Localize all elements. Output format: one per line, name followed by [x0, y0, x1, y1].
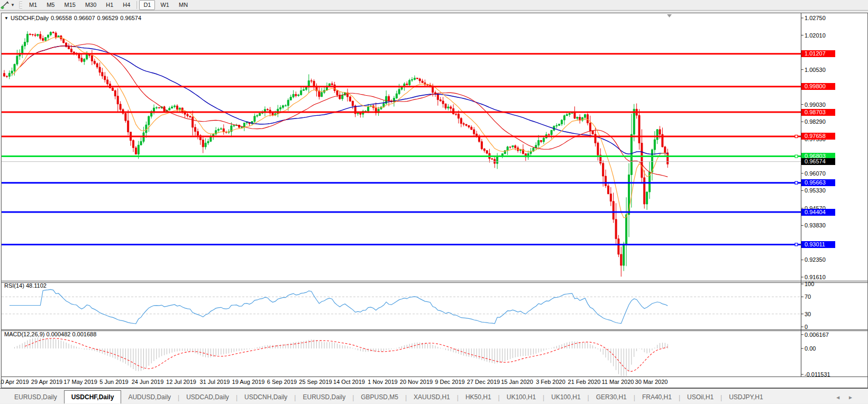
- chart-tab-gbpusd-m5[interactable]: GBPUSD,M5: [354, 391, 405, 403]
- ma-slow-line: [30, 46, 668, 154]
- ohlc-open: 0.96558: [51, 15, 72, 21]
- level-price-badge-0.97658: 0.97658: [801, 133, 835, 140]
- date-axis-label-1: 29 Apr 2019: [31, 379, 62, 385]
- date-axis-label-19: 30 Mar 2020: [635, 379, 668, 385]
- date-axis-label-17: 21 Feb 2020: [568, 379, 601, 385]
- level-price-badge-0.998: 0.99800: [801, 83, 835, 90]
- macd-pane[interactable]: [15, 338, 668, 376]
- date-axis-label-12: 20 Nov 2019: [400, 379, 433, 385]
- price-axis-label-0.96070: 0.96070: [805, 170, 826, 177]
- date-axis-label-15: 15 Jan 2020: [501, 379, 533, 385]
- timeframe-button-h4[interactable]: H4: [118, 0, 134, 10]
- date-axis-label-10: 14 Oct 2019: [333, 379, 365, 385]
- macd-signal-value: 0.001688: [72, 331, 96, 337]
- chart-tab-usdcnh-daily[interactable]: USDCNH,Daily: [237, 391, 294, 403]
- chart-tab-hk50-h1[interactable]: HK50,H1: [459, 391, 498, 403]
- date-axis-label-4: 24 Jun 2019: [132, 379, 164, 385]
- chart-tab-usdjpy-h1[interactable]: USDJPY,H1: [722, 391, 770, 403]
- price-pane[interactable]: [4, 31, 669, 277]
- ohlc-close: 0.96574: [120, 15, 141, 21]
- current-price-badge: 0.96574: [801, 158, 835, 165]
- drawing-tool-glyph: [1, 1, 10, 9]
- tab-scroll-arrows: ◄►: [835, 394, 861, 400]
- price-axis-label-1.00530: 1.00530: [805, 67, 826, 73]
- rsi-axis-label-100: 100: [805, 281, 814, 287]
- drawing-tool-icon[interactable]: [1, 1, 10, 9]
- level-line-handle-0.95663[interactable]: [795, 181, 798, 184]
- up-candle-bodies: [8, 32, 658, 265]
- drawing-tool-dropdown-caret[interactable]: ▼: [11, 3, 15, 7]
- date-axis-label-11: 1 Nov 2019: [368, 379, 397, 385]
- chart-symbol-title: USDCHF,Daily: [11, 15, 49, 21]
- price-axis-label-0.93830: 0.93830: [805, 222, 826, 228]
- ma-fast-line: [12, 38, 668, 218]
- macd-axis-label-0.006167: 0.006167: [805, 332, 829, 338]
- date-axis-label-7: 19 Aug 2019: [232, 379, 265, 385]
- chart-tab-usdchf-daily[interactable]: USDCHF,Daily: [64, 390, 122, 403]
- chart-title-collapse-icon[interactable]: ▼: [4, 16, 8, 21]
- date-axis-label-16: 3 Feb 2020: [536, 379, 565, 385]
- price-axis-label-1.02750: 1.02750: [805, 15, 826, 21]
- level-price-badge-0.94404: 0.94404: [801, 209, 835, 216]
- chart-tab-audusd-daily[interactable]: AUDUSD,Daily: [121, 391, 178, 403]
- down-candle-wicks: [4, 31, 668, 277]
- rsi-current-value: 48.1102: [26, 282, 47, 289]
- price-axis-label-1.02010: 1.02010: [805, 32, 826, 39]
- price-axis-label-0.95330: 0.95330: [805, 187, 826, 194]
- timeframe-button-w1[interactable]: W1: [156, 0, 173, 10]
- date-axis-label-13: 9 Dec 2019: [435, 379, 464, 385]
- level-price-badge-1.01207: 1.01207: [801, 50, 835, 57]
- rsi-panel-label: RSI(14) 48.1102: [4, 282, 47, 289]
- timeframe-button-m15[interactable]: M15: [60, 0, 79, 10]
- level-line-handle-0.97658[interactable]: [795, 135, 798, 137]
- chart-shift-marker[interactable]: [667, 14, 672, 17]
- date-axis-label-14: 27 Dec 2019: [467, 379, 500, 385]
- chart-tab-uk100-h1[interactable]: UK100,H1: [500, 391, 543, 403]
- level-line-handle-0.96803[interactable]: [795, 155, 798, 158]
- toolbar-separator: [136, 1, 137, 9]
- date-axis-label-2: 17 May 2019: [63, 379, 97, 385]
- top-toolbar: ▼ M1M5M15M30H1H4D1W1MN: [0, 0, 868, 11]
- down-candle-bodies: [4, 32, 669, 265]
- chart-window: ▼USDCHF,Daily0.965580.966070.965290.9657…: [1, 13, 868, 388]
- chart-tab-xauusd-h1[interactable]: XAUUSD,H1: [407, 391, 457, 403]
- level-price-badge-0.98703: 0.98703: [801, 109, 835, 116]
- macd-histogram: [15, 338, 668, 376]
- chart-tab-fra40-h1[interactable]: FRA40,H1: [635, 391, 679, 403]
- tab-scroll-right-arrow[interactable]: ►: [848, 394, 861, 400]
- timeframe-button-h1[interactable]: H1: [102, 0, 117, 10]
- toolbar-grip-handle[interactable]: [19, 2, 22, 8]
- date-axis-label-9: 25 Sep 2019: [299, 379, 332, 385]
- tab-scroll-left-arrow[interactable]: ◄: [835, 394, 848, 400]
- chart-tab-eurusd-daily[interactable]: EURUSD,Daily: [296, 391, 352, 403]
- date-axis-label-5: 12 Jul 2019: [166, 379, 196, 385]
- chart-canvas[interactable]: [2, 13, 867, 388]
- chart-tab-uk100-h1[interactable]: UK100,H1: [544, 391, 587, 403]
- chart-tab-ger30-h1[interactable]: GER30,H1: [589, 391, 634, 403]
- timeframe-button-d1[interactable]: D1: [139, 0, 155, 10]
- chart-tab-bar: EURUSD,DailyUSDCHF,DailyAUDUSD,Daily|USD…: [0, 388, 868, 403]
- macd-signal-line: [25, 338, 668, 372]
- macd-current-value: 0.000482: [46, 331, 70, 337]
- chart-title: ▼USDCHF,Daily0.965580.966070.965290.9657…: [4, 15, 143, 21]
- rsi-axis-label-0: 0: [805, 324, 808, 330]
- level-line-handle-0.93011[interactable]: [795, 243, 798, 246]
- chart-tab-eurusd-daily[interactable]: EURUSD,Daily: [7, 391, 64, 403]
- timeframe-button-m5[interactable]: M5: [42, 0, 59, 10]
- up-candle-wicks: [10, 31, 657, 271]
- timeframe-button-m1[interactable]: M1: [25, 0, 41, 10]
- chart-tab-usdcad-daily[interactable]: USDCAD,Daily: [179, 391, 236, 403]
- date-axis-label-18: 11 Mar 2020: [602, 379, 634, 385]
- macd-axis-label--0.011531: -0.011531: [805, 371, 830, 378]
- rsi-line: [10, 289, 668, 324]
- date-axis-label-0: 10 Apr 2019: [0, 379, 29, 385]
- macd-axis-label-0.00: 0.00: [805, 345, 816, 352]
- price-axis-label-0.98290: 0.98290: [805, 118, 826, 125]
- timeframe-button-mn[interactable]: MN: [175, 0, 192, 10]
- timeframe-button-m30[interactable]: M30: [81, 0, 100, 10]
- rsi-pane[interactable]: [10, 289, 668, 324]
- ohlc-low: 0.96529: [97, 15, 118, 21]
- price-axis-label-0.92350: 0.92350: [805, 256, 826, 263]
- chart-tab-usoil-h1[interactable]: USOil,H1: [680, 391, 720, 403]
- rsi-axis-label-70: 70: [805, 293, 811, 300]
